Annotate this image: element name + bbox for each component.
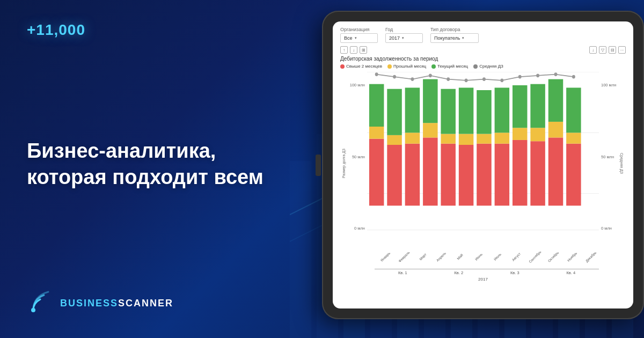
y-axis-left-title-container: Размер долга ДЗ <box>340 72 348 254</box>
toolbar-right: ↓ ▽ ⊟ ··· <box>589 46 626 54</box>
chart-toolbar: ↑ ↓ ⊞ ↓ ▽ ⊟ ··· <box>340 46 626 54</box>
bar-sep-red <box>513 140 527 205</box>
bar-oct-green <box>530 84 545 128</box>
y-axis-right: 100 млн 50 млн 0 млн <box>599 72 618 254</box>
org-filter-select[interactable]: Все ▾ <box>340 33 378 43</box>
bar-apr-yellow <box>423 123 437 137</box>
stat-badge: +11,000 <box>27 21 295 39</box>
org-filter-label: Организация <box>340 27 378 32</box>
avg-dot-5 <box>447 77 450 81</box>
title-line1: Бизнес-аналитика, <box>27 138 295 164</box>
bar-nov-yellow <box>548 122 563 137</box>
org-filter-value: Все <box>344 35 353 41</box>
year-filter-value: 2017 <box>389 35 400 41</box>
table-icon[interactable]: ⊟ <box>609 46 616 54</box>
chart-svg <box>367 72 599 254</box>
bar-dec-yellow <box>566 133 581 143</box>
legend-label-green: Текущий месяц <box>437 64 468 69</box>
legend-label-yellow: Прошлый месяц <box>393 64 426 69</box>
bar-nov-green <box>548 79 563 122</box>
year-filter: Год 2017 ▾ <box>385 27 423 43</box>
bar-apr-green <box>423 79 437 123</box>
bar-oct-red <box>530 141 545 205</box>
left-panel: +11,000 Бизнес-аналитика, которая подход… <box>0 0 322 338</box>
bar-jun-green <box>459 87 473 134</box>
avg-dot-9 <box>518 75 522 79</box>
bar-jan-green <box>369 84 384 127</box>
drill-up-icon[interactable]: ↑ <box>340 46 348 54</box>
org-filter: Организация Все ▾ <box>340 27 378 43</box>
org-chevron-icon: ▾ <box>355 36 357 40</box>
chart-inner <box>367 72 599 254</box>
dashboard: Организация Все ▾ Год 2017 ▾ <box>333 21 633 308</box>
contract-chevron-icon: ▾ <box>462 36 464 40</box>
bar-feb-red <box>387 145 401 205</box>
bar-apr-red <box>423 137 437 205</box>
more-icon[interactable]: ··· <box>618 46 626 54</box>
filter-bar: Организация Все ▾ Год 2017 ▾ <box>340 27 626 43</box>
main-heading: Бизнес-аналитика, которая подходит всем <box>27 138 295 191</box>
bar-may-yellow <box>441 134 455 144</box>
legend-item-avg: Средняя ДЗ <box>473 64 503 69</box>
bar-jul-red <box>477 144 491 206</box>
y-label-50: 50 млн <box>352 155 365 159</box>
y-right-label-50: 50 млн <box>601 155 614 159</box>
tablet-power-button <box>316 155 321 176</box>
bar-feb-yellow <box>387 135 401 145</box>
legend-dot-avg <box>473 64 478 69</box>
bar-jul-yellow <box>477 134 491 144</box>
contract-filter-label: Тип договора <box>430 27 479 32</box>
bar-may-red <box>441 144 455 206</box>
avg-dot-10 <box>536 74 539 77</box>
legend-label-avg: Средняя ДЗ <box>479 64 503 69</box>
avg-dot-2 <box>393 75 396 79</box>
bar-sep-green <box>513 85 527 128</box>
bar-jun-yellow <box>459 134 473 145</box>
x-quarter-1: Кв. 1 <box>375 269 431 275</box>
filter-icon[interactable]: ▽ <box>599 46 606 54</box>
bar-dec-green <box>566 87 581 133</box>
legend-dot-green <box>431 64 436 69</box>
bar-nov-red <box>548 137 563 205</box>
legend-dot-yellow <box>387 64 392 69</box>
bar-jun-red <box>459 145 473 205</box>
bar-mar-green <box>405 87 420 133</box>
year-filter-label: Год <box>385 27 423 32</box>
y-axis-right-title: Средняя ДЗ <box>620 152 624 173</box>
tablet-frame: Организация Все ▾ Год 2017 ▾ <box>322 11 644 319</box>
chart-title: Дебиторская задолженность за период <box>340 56 626 62</box>
bar-aug-yellow <box>495 133 509 143</box>
x-year: 2017 <box>340 277 626 282</box>
bar-may-green <box>441 89 455 134</box>
drill-down-icon[interactable]: ↓ <box>350 46 357 54</box>
avg-dot-12 <box>572 75 575 79</box>
bar-jul-green <box>477 90 491 134</box>
x-axis-months: Январь Февраль Март Апрель Май Июнь Июль… <box>375 254 599 259</box>
y-right-label-100: 100 млн <box>601 83 616 87</box>
year-filter-select[interactable]: 2017 ▾ <box>385 33 423 43</box>
x-axis-quarters: Кв. 1 Кв. 2 Кв. 3 Кв. 4 <box>375 269 599 275</box>
bar-jan-yellow <box>369 127 384 139</box>
tablet-screen: Организация Все ▾ Год 2017 ▾ <box>333 21 633 308</box>
logo-icon <box>27 290 54 317</box>
y-axis-right-title-container: Средняя ДЗ <box>618 72 626 254</box>
bar-dec-red <box>566 144 581 206</box>
legend-label-red: Свыше 2 месяцев <box>346 64 382 69</box>
legend-dot-red <box>340 64 345 69</box>
avg-dot-1 <box>375 72 378 76</box>
contract-filter: Тип договора Покупатель ▾ <box>430 27 479 43</box>
y-axis-left-title: Размер долга ДЗ <box>342 148 346 178</box>
logo-scanner: SCANNER <box>118 298 173 309</box>
avg-dot-4 <box>429 74 432 77</box>
logo-text: BUSINESS SCANNER <box>60 298 173 309</box>
legend-item-red: Свыше 2 месяцев <box>340 64 382 69</box>
download-icon[interactable]: ↓ <box>589 46 597 54</box>
avg-dot-11 <box>554 72 558 76</box>
logo: BUSINESS SCANNER <box>27 290 295 317</box>
contract-filter-value: Покупатель <box>434 35 460 41</box>
tablet: Организация Все ▾ Год 2017 ▾ <box>322 11 644 327</box>
expand-icon[interactable]: ⊞ <box>360 46 367 54</box>
contract-filter-select[interactable]: Покупатель ▾ <box>430 33 479 43</box>
avg-dot-6 <box>465 78 468 82</box>
avg-dot-3 <box>411 77 414 81</box>
